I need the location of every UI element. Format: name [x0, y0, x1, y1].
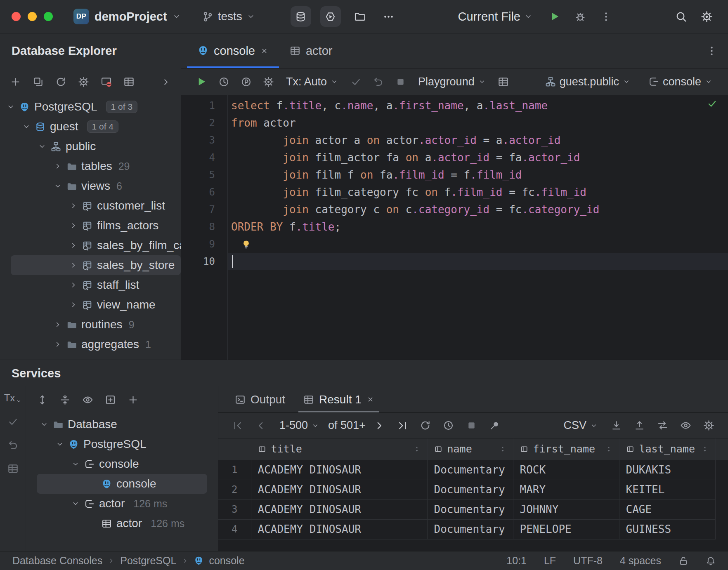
- grid-row[interactable]: 3ACADEMY DINOSAURDocumentaryJOHNNYCAGE: [218, 499, 728, 519]
- tree-item-postgresql[interactable]: PostgreSQL: [26, 434, 218, 454]
- tree-item-sales-by-store[interactable]: sales_by_store: [11, 255, 181, 275]
- explain-plan-button[interactable]: [236, 72, 255, 91]
- close-icon[interactable]: [366, 396, 374, 403]
- debug-button[interactable]: [570, 7, 590, 26]
- chevron-down-icon[interactable]: [71, 499, 80, 508]
- code-line-text[interactable]: select f.title, c.name, a.first_name, a.…: [227, 97, 728, 114]
- tx-mode-button[interactable]: Tx: [4, 392, 22, 404]
- column-header-first-name[interactable]: first_name: [513, 438, 619, 460]
- code-line-text[interactable]: [227, 253, 728, 270]
- grid-cell[interactable]: ROCK: [513, 460, 619, 480]
- grid-cell[interactable]: Documentary: [427, 499, 513, 519]
- code-line-10[interactable]: 10: [181, 253, 728, 270]
- sort-icon[interactable]: [413, 445, 421, 453]
- open-in-new-tab-button[interactable]: [105, 394, 116, 405]
- chevron-down-icon[interactable]: [54, 182, 62, 190]
- auto-refresh-button[interactable]: [439, 416, 458, 435]
- code-line-7[interactable]: 7 join category c on c.category_id = fc.…: [181, 201, 728, 218]
- grid-cell[interactable]: Documentary: [427, 460, 513, 480]
- chevron-down-icon[interactable]: [7, 103, 15, 111]
- console-selector[interactable]: console: [643, 75, 717, 88]
- chevron-down-icon[interactable]: [22, 122, 31, 131]
- search-everywhere-button[interactable]: [671, 7, 691, 26]
- tree-item-actor[interactable]: actor126 ms: [26, 494, 218, 513]
- data-source-properties-button[interactable]: [78, 76, 89, 87]
- compare-data-button[interactable]: [653, 416, 672, 435]
- vcs-widget[interactable]: tests: [202, 10, 255, 23]
- zoom-window-button[interactable]: [44, 12, 53, 21]
- tree-item-tables[interactable]: tables29: [0, 156, 181, 176]
- tree-item-customer-list[interactable]: customer_list: [0, 196, 181, 216]
- view-options-button[interactable]: [676, 416, 695, 435]
- sort-icon[interactable]: [701, 445, 709, 453]
- chevron-down-icon[interactable]: [40, 420, 48, 429]
- first-page-button[interactable]: [228, 416, 247, 435]
- grid-view-button[interactable]: [123, 76, 135, 87]
- code-line-5[interactable]: 5 join film f on fa.film_id = f.film_id: [181, 166, 728, 184]
- code-line-text[interactable]: [227, 236, 728, 253]
- code-line-text[interactable]: join film f on fa.film_id = f.film_id: [227, 166, 728, 184]
- chevron-right-icon[interactable]: [54, 340, 62, 349]
- inspections-ok-icon[interactable]: [707, 99, 717, 109]
- preview-button[interactable]: [82, 394, 93, 405]
- chevron-right-icon[interactable]: [69, 202, 78, 210]
- tree-item-postgresql[interactable]: PostgreSQL1 of 3: [0, 97, 181, 117]
- code-line-text[interactable]: join film_category fc on f.film_id = fc.…: [227, 184, 728, 201]
- code-line-text[interactable]: join category c on c.category_id = fc.ca…: [227, 201, 728, 218]
- grid-cell[interactable]: Documentary: [427, 519, 513, 539]
- code-line-text[interactable]: join actor a on actor.actor_id = a.actor…: [227, 132, 728, 149]
- tab-actor[interactable]: actor: [279, 33, 343, 68]
- code-line-3[interactable]: 3 join actor a on actor.actor_id = a.act…: [181, 132, 728, 149]
- previous-page-button[interactable]: [251, 416, 270, 435]
- expand-all-button[interactable]: [37, 394, 48, 405]
- execute-button[interactable]: [192, 72, 211, 91]
- rollback-button[interactable]: [369, 72, 388, 91]
- pin-tab-button[interactable]: [485, 416, 504, 435]
- code-line-8[interactable]: 8ORDER BY f.title;: [181, 218, 728, 236]
- caret-position[interactable]: 10:1: [506, 555, 527, 567]
- project-tool-button[interactable]: [350, 7, 370, 26]
- run-config-selector[interactable]: Current File: [458, 10, 533, 24]
- hide-panel-button[interactable]: [161, 77, 171, 87]
- database-tool-button[interactable]: [291, 6, 311, 27]
- page-size-selector[interactable]: 1-500: [274, 419, 324, 432]
- schema-selector[interactable]: guest.public: [540, 75, 635, 88]
- tree-item-sales-by-film-category[interactable]: sales_by_film_category: [0, 236, 181, 255]
- column-header-name[interactable]: name: [427, 438, 513, 460]
- run-button[interactable]: [545, 7, 565, 26]
- commit-button[interactable]: [346, 72, 365, 91]
- grid-cell[interactable]: ACADEMY DINOSAUR: [251, 460, 427, 480]
- grid-cell[interactable]: JOHNNY: [513, 499, 619, 519]
- chevron-down-icon[interactable]: [71, 460, 80, 468]
- export-format-selector[interactable]: CSV: [558, 419, 603, 432]
- grid-row[interactable]: 4ACADEMY DINOSAURDocumentaryPENELOPEGUIN…: [218, 519, 728, 539]
- tree-item-films-actors[interactable]: films_actors: [0, 216, 181, 236]
- line-separator[interactable]: LF: [544, 555, 556, 567]
- add-service-button[interactable]: [128, 394, 139, 405]
- tree-item-staff-list[interactable]: staff_list: [0, 275, 181, 295]
- tx-mode-selector[interactable]: Tx: Auto: [281, 75, 343, 88]
- tree-item-console[interactable]: console: [26, 454, 218, 474]
- tab-output[interactable]: Output: [226, 386, 294, 412]
- settings-button[interactable]: [697, 7, 716, 26]
- tab-result-1[interactable]: Result 1: [294, 386, 383, 412]
- grid-cell[interactable]: DUKAKIS: [619, 460, 715, 480]
- chevron-down-icon[interactable]: [56, 440, 64, 448]
- breadcrumb-console[interactable]: console: [209, 555, 244, 567]
- more-toolbar-button[interactable]: [379, 7, 399, 26]
- stop-refresh-button[interactable]: [462, 416, 481, 435]
- stop-button[interactable]: [391, 72, 410, 91]
- close-window-button[interactable]: [12, 12, 21, 21]
- chevron-right-icon[interactable]: [54, 320, 62, 329]
- playground-selector[interactable]: Playground: [413, 75, 491, 88]
- code-line-text[interactable]: from actor: [227, 114, 728, 132]
- tree-item-views[interactable]: views6: [0, 176, 181, 196]
- grid-cell[interactable]: CAGE: [619, 499, 715, 519]
- commit-button[interactable]: [7, 416, 19, 427]
- console-settings-button[interactable]: [259, 72, 278, 91]
- grid-row[interactable]: 2ACADEMY DINOSAURDocumentaryMARYKEITEL: [218, 480, 728, 499]
- minimize-window-button[interactable]: [28, 12, 37, 21]
- reload-page-button[interactable]: [416, 416, 435, 435]
- code-line-1[interactable]: 1select f.title, c.name, a.first_name, a…: [181, 97, 728, 114]
- indent-style[interactable]: 4 spaces: [620, 555, 661, 567]
